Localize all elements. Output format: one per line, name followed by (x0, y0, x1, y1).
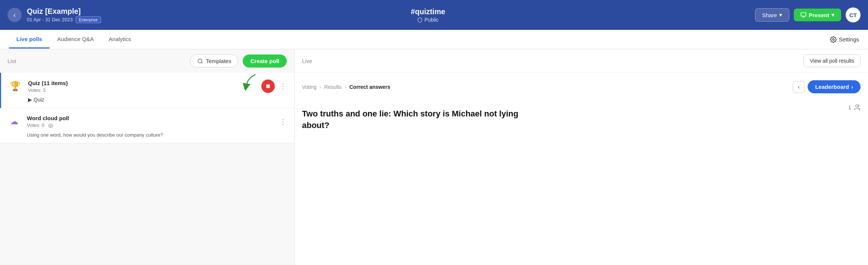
quiz-expand-label: Quiz (34, 97, 44, 103)
date-line: 01 Apr - 31 Dec 2023 Enterprise (27, 16, 101, 23)
tab-live-polls-label: Live polls (16, 36, 42, 42)
breadcrumb-results: Results (324, 84, 342, 90)
wc-more-options-button[interactable]: ⋮ (278, 116, 288, 128)
breadcrumb: Voting › Results › Correct answers ‹ Lea… (302, 80, 861, 93)
enterprise-badge: Enterprise (76, 16, 101, 23)
ellipsis-icon: ⋮ (279, 82, 287, 90)
live-label: Live (302, 58, 312, 64)
leaderboard-chevron-icon: › (851, 84, 853, 90)
stop-button[interactable] (261, 80, 275, 93)
tab-live-polls[interactable]: Live polls (9, 31, 50, 49)
person-icon (853, 104, 861, 111)
question-row: Two truths and one lie: Which story is M… (302, 101, 861, 131)
svg-point-1 (833, 38, 834, 40)
present-button[interactable]: Present ▾ (794, 9, 841, 21)
list-label: List (7, 58, 16, 64)
tab-analytics-label: Analytics (109, 36, 131, 42)
breadcrumb-correct-answers: Correct answers (349, 84, 390, 90)
view-all-results-button[interactable]: View all poll results (803, 54, 861, 67)
header-left: ‹ Quiz [Example] 01 Apr - 31 Dec 2023 En… (7, 7, 101, 23)
hashtag: #quiztime (411, 7, 445, 16)
quiz-actions: ⋮ (261, 80, 288, 93)
eye-icon (48, 123, 53, 128)
wc-sub-text: Using one word, how would you describe o… (6, 130, 288, 138)
tab-analytics[interactable]: Analytics (101, 31, 139, 49)
count-number: 1 (848, 105, 851, 110)
main-content: List Templates Create poll 🏆 Quiz (11 it… (0, 49, 868, 265)
tab-audience-qa[interactable]: Audience Q&A (50, 31, 101, 49)
quiz-votes: Votes: 3 (28, 87, 257, 93)
respondent-count: 1 (848, 104, 861, 111)
svg-point-2 (198, 59, 202, 63)
left-panel: List Templates Create poll 🏆 Quiz (11 it… (0, 49, 295, 265)
templates-label: Templates (206, 58, 231, 64)
view-results-label: View all poll results (810, 58, 854, 64)
breadcrumb-nav: ‹ Leaderboard › (793, 80, 861, 93)
svg-rect-0 (801, 13, 806, 16)
share-button[interactable]: Share ▾ (755, 8, 789, 22)
create-poll-label: Create poll (250, 58, 279, 64)
header-right: Share ▾ Present ▾ CT (755, 7, 861, 22)
breadcrumb-voting: Voting (302, 84, 317, 90)
right-toolbar: Live View all poll results (295, 49, 868, 73)
settings-label: Settings (839, 36, 859, 43)
quiz-title: Quiz [Example] (27, 7, 101, 16)
wc-actions: ⋮ (278, 116, 288, 128)
breadcrumb-sep-1: › (320, 84, 321, 90)
leaderboard-label: Leaderboard (815, 84, 849, 90)
right-panel: Live View all poll results Voting › Resu… (295, 49, 868, 265)
wc-votes-text: Votes: 0 (27, 122, 44, 128)
question-text: Two truths and one lie: Which story is M… (302, 108, 526, 131)
quiz-info: Quiz (11 items) Votes: 3 (28, 80, 257, 93)
breadcrumb-sep-2: › (345, 84, 346, 90)
more-options-button[interactable]: ⋮ (278, 80, 288, 92)
header-title-block: Quiz [Example] 01 Apr - 31 Dec 2023 Ente… (27, 7, 101, 23)
wc-votes: Votes: 0 (27, 122, 273, 128)
svg-point-6 (856, 105, 858, 107)
svg-point-5 (50, 125, 51, 127)
poll-item-word-cloud[interactable]: ☁ Word cloud poll Votes: 0 ⋮ Usi (0, 108, 294, 143)
present-label: Present (809, 12, 829, 18)
back-icon: ‹ (13, 11, 16, 19)
tab-audience-qa-label: Audience Q&A (57, 36, 94, 42)
expand-icon: ▶ (28, 97, 32, 103)
visibility-label: Public (424, 17, 438, 23)
poll-item-wc-header: ☁ Word cloud poll Votes: 0 ⋮ (6, 113, 288, 130)
date-range: 01 Apr - 31 Dec 2023 (27, 17, 73, 22)
stop-icon (265, 84, 271, 89)
header: ‹ Quiz [Example] 01 Apr - 31 Dec 2023 En… (0, 0, 868, 30)
quiz-title-text: Quiz (11 items) (28, 80, 257, 86)
visibility-row: Public (411, 17, 445, 23)
leaderboard-button[interactable]: Leaderboard › (808, 80, 861, 93)
avatar: CT (846, 7, 861, 22)
header-center: #quiztime Public (411, 7, 445, 23)
poll-list: 🏆 Quiz (11 items) Votes: 3 (0, 73, 294, 265)
chevron-down-icon: ▾ (779, 12, 782, 18)
quiz-expand: ▶ Quiz (7, 94, 288, 103)
templates-button[interactable]: Templates (190, 54, 238, 68)
nav-bar: Live polls Audience Q&A Analytics Settin… (0, 30, 868, 49)
present-chevron-icon: ▾ (831, 12, 834, 18)
share-label: Share (762, 12, 777, 18)
wc-ellipsis-icon: ⋮ (279, 118, 287, 126)
quiz-icon: 🏆 (7, 78, 23, 94)
gear-icon (830, 36, 837, 43)
nav-tabs: Live polls Audience Q&A Analytics (9, 31, 139, 49)
left-toolbar: List Templates Create poll (0, 49, 294, 73)
create-poll-button[interactable]: Create poll (243, 54, 287, 68)
shield-icon (417, 17, 422, 22)
word-cloud-icon: ☁ (6, 113, 22, 130)
chevron-left-icon: ‹ (798, 84, 799, 90)
poll-item-quiz[interactable]: 🏆 Quiz (11 items) Votes: 3 (0, 73, 294, 108)
search-icon (197, 58, 203, 64)
right-content: Voting › Results › Correct answers ‹ Lea… (295, 73, 868, 265)
svg-rect-4 (266, 84, 270, 88)
settings-button[interactable]: Settings (830, 36, 859, 43)
avatar-initials: CT (849, 12, 857, 18)
wc-info: Word cloud poll Votes: 0 (27, 115, 273, 128)
back-button[interactable]: ‹ (7, 8, 22, 22)
present-icon (801, 12, 806, 18)
wc-title: Word cloud poll (27, 115, 273, 121)
poll-item-quiz-header: 🏆 Quiz (11 items) Votes: 3 (7, 78, 288, 94)
prev-question-button[interactable]: ‹ (793, 81, 805, 93)
